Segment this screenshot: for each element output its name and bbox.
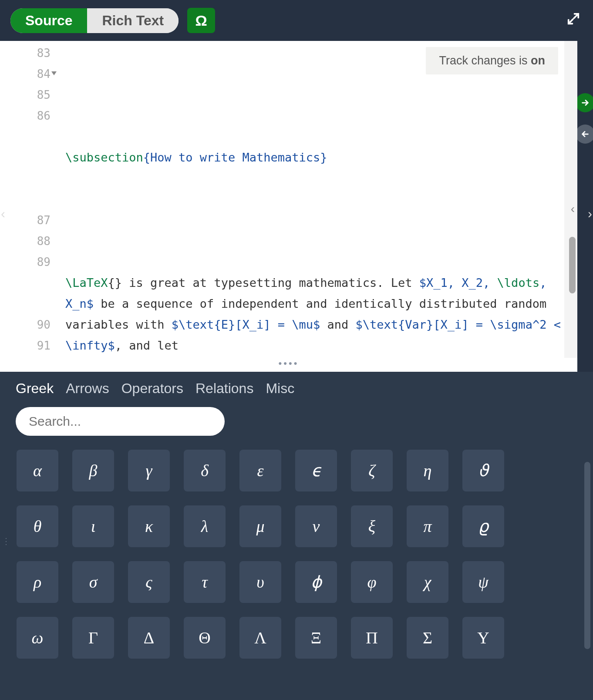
editor-scrollbar[interactable]: ‹ bbox=[564, 41, 577, 358]
symbol-delta[interactable]: δ bbox=[184, 450, 226, 491]
symbol-Theta[interactable]: Θ bbox=[184, 617, 226, 659]
tab-greek[interactable]: Greek bbox=[16, 380, 54, 397]
chevron-left-icon: ‹ bbox=[571, 202, 575, 216]
symbol-gamma[interactable]: γ bbox=[128, 450, 170, 491]
symbol-phi[interactable]: ϕ bbox=[295, 561, 337, 603]
tab-arrows[interactable]: Arrows bbox=[66, 380, 109, 397]
symbol-alpha[interactable]: α bbox=[17, 450, 58, 491]
symbol-pi[interactable]: π bbox=[407, 505, 448, 547]
symbol-palette-button[interactable]: Ω bbox=[187, 8, 215, 33]
line-gutter: 83 84 85 86 87 88 89 90 91 92 bbox=[0, 41, 57, 358]
top-toolbar: Source Rich Text Ω bbox=[0, 0, 593, 41]
fold-icon[interactable] bbox=[51, 71, 57, 75]
panel-collapse-left-icon[interactable]: ‹ bbox=[1, 206, 5, 221]
tab-operators[interactable]: Operators bbox=[121, 380, 183, 397]
symbol-Sigma[interactable]: Σ bbox=[407, 617, 448, 659]
symbol-iota[interactable]: ι bbox=[72, 505, 114, 547]
symbol-rho[interactable]: ρ bbox=[17, 561, 58, 603]
code-editor[interactable]: Track changes is on 83 84 85 86 87 88 89… bbox=[0, 41, 577, 372]
symbol-vartheta[interactable]: ϑ bbox=[462, 450, 504, 491]
symbol-Pi[interactable]: Π bbox=[351, 617, 393, 659]
symbol-Xi[interactable]: Ξ bbox=[295, 617, 337, 659]
next-change-button[interactable] bbox=[576, 93, 593, 112]
symbol-zeta[interactable]: ζ bbox=[351, 450, 393, 491]
fullscreen-icon[interactable] bbox=[567, 12, 580, 29]
scrollbar-thumb[interactable] bbox=[569, 237, 576, 293]
source-toggle[interactable]: Source bbox=[10, 8, 87, 33]
symbol-grid: αβγδεϵζηϑθικλμνξπϱρσςτυϕφχψωΓΔΘΛΞΠΣΥ bbox=[17, 450, 581, 659]
symbol-Delta[interactable]: Δ bbox=[128, 617, 170, 659]
symbol-lambda[interactable]: λ bbox=[184, 505, 226, 547]
symbol-tau[interactable]: τ bbox=[184, 561, 226, 603]
symbol-varsigma[interactable]: ς bbox=[128, 561, 170, 603]
symbol-xi[interactable]: ξ bbox=[351, 505, 393, 547]
view-toggle: Source Rich Text bbox=[10, 8, 179, 33]
symbol-varepsilon[interactable]: ε bbox=[239, 450, 281, 491]
richtext-toggle[interactable]: Rich Text bbox=[87, 8, 179, 33]
symbol-theta[interactable]: θ bbox=[17, 505, 58, 547]
symbol-upsilon[interactable]: υ bbox=[239, 561, 281, 603]
symbol-omega[interactable]: ω bbox=[17, 617, 58, 659]
symbol-Lambda[interactable]: Λ bbox=[239, 617, 281, 659]
symbol-varrho[interactable]: ϱ bbox=[462, 505, 504, 547]
resize-handle-horizontal[interactable]: •••• bbox=[0, 358, 577, 372]
symbol-nu[interactable]: ν bbox=[295, 505, 337, 547]
panel-collapse-right-icon[interactable]: › bbox=[588, 206, 592, 221]
symbol-kappa[interactable]: κ bbox=[128, 505, 170, 547]
symbol-category-tabs: Greek Arrows Operators Relations Misc bbox=[0, 372, 593, 403]
symbol-Upsilon[interactable]: Υ bbox=[462, 617, 504, 659]
symbol-psi[interactable]: ψ bbox=[462, 561, 504, 603]
symbol-epsilon[interactable]: ϵ bbox=[295, 450, 337, 491]
tab-misc[interactable]: Misc bbox=[266, 380, 294, 397]
symbol-eta[interactable]: η bbox=[407, 450, 448, 491]
symbol-panel: ⋮ ⋮ Greek Arrows Operators Relations Mis… bbox=[0, 372, 593, 700]
code-content[interactable]: \subsection{How to write Mathematics} \L… bbox=[57, 41, 564, 358]
symbol-chi[interactable]: χ bbox=[407, 561, 448, 603]
tab-relations[interactable]: Relations bbox=[195, 380, 253, 397]
symbol-search-input[interactable] bbox=[16, 407, 225, 436]
prev-change-button[interactable] bbox=[576, 125, 593, 144]
symbol-Gamma[interactable]: Γ bbox=[72, 617, 114, 659]
symbol-beta[interactable]: β bbox=[72, 450, 114, 491]
panel-scrollbar-thumb[interactable] bbox=[584, 462, 590, 649]
symbol-varphi[interactable]: φ bbox=[351, 561, 393, 603]
symbol-mu[interactable]: μ bbox=[239, 505, 281, 547]
track-changes-notice: Track changes is on bbox=[426, 47, 558, 74]
symbol-sigma[interactable]: σ bbox=[72, 561, 114, 603]
